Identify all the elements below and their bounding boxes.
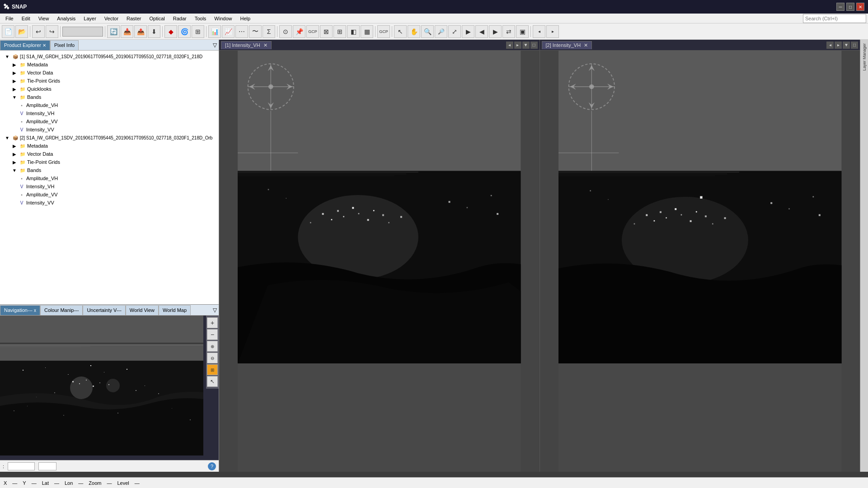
product-1-int-vv[interactable]: V Intensity_VV bbox=[2, 125, 217, 134]
product-1-tiegrids[interactable]: ▶ 📁 Tie-Point Grids bbox=[2, 77, 217, 85]
menu-optical[interactable]: Optical bbox=[145, 15, 168, 22]
color-button[interactable]: ◆ bbox=[164, 25, 177, 38]
product-1-quicklooks[interactable]: ▶ 📁 Quicklooks bbox=[2, 85, 217, 93]
image-content-1[interactable] bbox=[219, 51, 540, 472]
refresh-button[interactable]: 🔄 bbox=[107, 25, 120, 38]
product-2-bands[interactable]: ▼ 📁 Bands bbox=[2, 166, 217, 174]
redo-button[interactable]: ↪ bbox=[46, 25, 58, 38]
zoom-value-input[interactable]: 51.62 bbox=[8, 462, 35, 470]
sum-button[interactable]: Σ bbox=[263, 25, 275, 38]
product-1-root[interactable]: ▼ 📦 [1] S1A_IW_GRDH_1SDV_20190617T095445… bbox=[2, 52, 217, 60]
tab-world-map[interactable]: World Map bbox=[159, 305, 191, 315]
panel1-minimize[interactable]: ▼ bbox=[522, 42, 530, 49]
zoom-tool-button[interactable]: ⊞ bbox=[207, 364, 218, 375]
profile-button[interactable]: 〜 bbox=[249, 25, 262, 38]
product-2-vectordata[interactable]: ▶ 📁 Vector Data bbox=[2, 150, 217, 158]
zoom-fit-button[interactable]: ⊕ bbox=[207, 341, 218, 352]
zoom-in-button[interactable]: + bbox=[207, 317, 218, 328]
product-2-tiegrids[interactable]: ▶ 📁 Tie-Point Grids bbox=[2, 158, 217, 166]
product-2-amp-vh[interactable]: ▪ Amplitude_VH bbox=[2, 174, 217, 182]
cursor-button[interactable]: ↖ bbox=[394, 25, 407, 38]
menu-radar[interactable]: Radar bbox=[169, 15, 190, 22]
nav-image-area[interactable] bbox=[0, 316, 219, 460]
tab-world-view[interactable]: World View bbox=[126, 305, 159, 315]
product-1-bands[interactable]: ▼ 📁 Bands bbox=[2, 93, 217, 101]
maximize-button[interactable]: □ bbox=[846, 3, 854, 11]
nav-help-btn[interactable]: ? bbox=[208, 462, 216, 470]
tab-pixel-info[interactable]: Pixel Info bbox=[50, 40, 79, 50]
panel2-next[interactable]: ▸ bbox=[835, 42, 842, 49]
right-button[interactable]: ▶ bbox=[489, 25, 502, 38]
zoom-cursor-button[interactable]: ↖ bbox=[207, 376, 218, 387]
coord-input[interactable]: 462.1/49558 bbox=[62, 27, 103, 37]
panel-maximize[interactable]: ▽ bbox=[211, 42, 219, 48]
product-1-amp-vh[interactable]: ▪ Amplitude_VH bbox=[2, 101, 217, 109]
layer-manager-label[interactable]: Layer Manager bbox=[862, 42, 867, 73]
nav-right[interactable]: ▸ bbox=[546, 25, 559, 38]
close-button[interactable]: ✕ bbox=[856, 3, 864, 11]
zoom-actual-button[interactable]: ⊖ bbox=[207, 353, 218, 363]
tab-product-explorer[interactable]: Product Explorer ✕ bbox=[0, 40, 50, 50]
image-panel-1-tab[interactable]: [1] Intensity_VH ✕ bbox=[221, 41, 272, 49]
product-2-int-vh[interactable]: V Intensity_VH bbox=[2, 182, 217, 191]
panel1-prev[interactable]: ◂ bbox=[506, 42, 513, 49]
mask-button[interactable]: ◧ bbox=[347, 25, 360, 38]
menu-edit[interactable]: Edit bbox=[18, 15, 34, 22]
sync-button[interactable]: ⇄ bbox=[502, 25, 515, 38]
product-2-metadata[interactable]: ▶ 📁 Metadata bbox=[2, 142, 217, 150]
next-button[interactable]: ▶ bbox=[462, 25, 474, 38]
gcp-button[interactable]: GCP bbox=[306, 25, 319, 38]
product-1-int-vh[interactable]: V Intensity_VH bbox=[2, 109, 217, 117]
product-2-int-vv[interactable]: V Intensity_VV bbox=[2, 199, 217, 207]
undo-button[interactable]: ↩ bbox=[32, 25, 45, 38]
menu-view[interactable]: View bbox=[35, 15, 53, 22]
fit-button[interactable]: ⤢ bbox=[448, 25, 461, 38]
zoomin-button[interactable]: 🔍 bbox=[421, 25, 434, 38]
scatter-button[interactable]: ⋯ bbox=[235, 25, 248, 38]
zoom-fit[interactable]: ⊞ bbox=[192, 25, 204, 38]
tab-navigation[interactable]: Navigation--- x bbox=[0, 305, 40, 315]
menu-analysis[interactable]: Analysis bbox=[53, 15, 79, 22]
export2-button[interactable]: ⬇ bbox=[148, 25, 160, 38]
menu-file[interactable]: File bbox=[2, 15, 17, 22]
panel2-maximize[interactable]: □ bbox=[851, 42, 858, 49]
nav-left[interactable]: ◂ bbox=[533, 25, 545, 38]
new-button[interactable]: 📄 bbox=[2, 25, 14, 38]
product-1-vectordata[interactable]: ▶ 📁 Vector Data bbox=[2, 69, 217, 77]
pan-button[interactable]: ✋ bbox=[408, 25, 420, 38]
product-explorer-close[interactable]: ✕ bbox=[42, 43, 46, 48]
tab-colour-manip[interactable]: Colour Manip--- bbox=[40, 305, 83, 315]
stat-button[interactable]: 📊 bbox=[208, 25, 221, 38]
tab-uncertainty[interactable]: Uncertainty V--- bbox=[83, 305, 125, 315]
navigation-close[interactable]: x bbox=[34, 308, 36, 313]
panel2-close[interactable]: ✕ bbox=[584, 42, 588, 48]
rotation-input[interactable]: 0° bbox=[38, 462, 56, 470]
panel1-close[interactable]: ✕ bbox=[263, 42, 267, 48]
panel2-prev[interactable]: ◂ bbox=[826, 42, 834, 49]
product-2-root[interactable]: ▼ 📦 [2] S1A_IW_GRDH_1SDV_20190617T095445… bbox=[2, 134, 217, 142]
menu-layer[interactable]: Layer bbox=[80, 15, 100, 22]
chart-button[interactable]: 🌀 bbox=[178, 25, 191, 38]
menu-help[interactable]: Help bbox=[236, 15, 254, 22]
import-button[interactable]: 📥 bbox=[121, 25, 133, 38]
panel1-next[interactable]: ▸ bbox=[514, 42, 521, 49]
left-button[interactable]: ◀ bbox=[475, 25, 488, 38]
search-input[interactable] bbox=[803, 14, 866, 23]
menu-tools[interactable]: Tools bbox=[191, 15, 210, 22]
pin-button[interactable]: 📌 bbox=[293, 25, 305, 38]
zoom-out-button[interactable]: − bbox=[207, 329, 218, 340]
product-2-amp-vv[interactable]: ▪ Amplitude_VV bbox=[2, 191, 217, 199]
panel2-minimize[interactable]: ▼ bbox=[843, 42, 850, 49]
image-panel-2-tab[interactable]: [2] Intensity_VH ✕ bbox=[542, 41, 592, 49]
tile-button[interactable]: ▣ bbox=[516, 25, 529, 38]
image-content-2[interactable] bbox=[540, 51, 860, 472]
histogram-button[interactable]: 📈 bbox=[222, 25, 235, 38]
roi-button[interactable]: ⊙ bbox=[279, 25, 292, 38]
product-1-amp-vv[interactable]: ▪ Amplitude_VV bbox=[2, 117, 217, 125]
zoomout-button[interactable]: 🔎 bbox=[435, 25, 447, 38]
gcp2-button[interactable]: GCP bbox=[377, 25, 390, 38]
panel1-maximize[interactable]: □ bbox=[530, 42, 538, 49]
export-button[interactable]: 📤 bbox=[134, 25, 147, 38]
product-1-metadata[interactable]: ▶ 📁 Metadata bbox=[2, 60, 217, 69]
menu-raster[interactable]: Raster bbox=[123, 15, 145, 22]
